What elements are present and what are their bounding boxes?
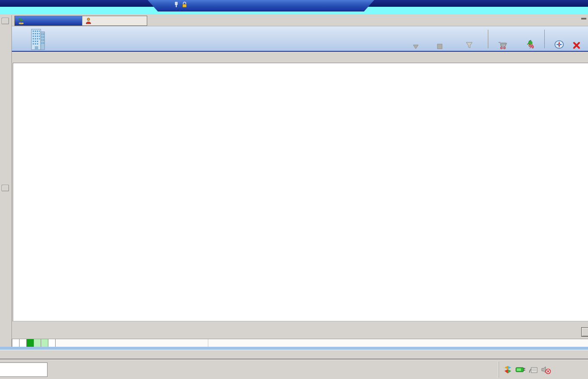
network-card-tray-icon[interactable] (515, 365, 526, 374)
stop-button (428, 38, 451, 51)
close-button[interactable] (573, 38, 588, 51)
compass-icon (546, 38, 573, 49)
rdp-connection-bar (148, 0, 374, 11)
info-button[interactable] (581, 327, 588, 337)
results-header-panel: % (12, 26, 588, 52)
windows-taskbar (0, 359, 588, 379)
app-status-bar (0, 350, 588, 359)
svg-text:%: % (529, 43, 534, 49)
person-icon (86, 18, 91, 24)
booking-section-tabs (12, 339, 588, 347)
stop-icon (428, 38, 451, 49)
tab-car-jfk[interactable] (34, 339, 41, 347)
tab-summary[interactable] (12, 339, 20, 347)
pin-icon[interactable] (174, 2, 179, 8)
tab-direct-clients-search[interactable] (82, 16, 147, 26)
tab-acc-jfk[interactable] (27, 339, 34, 347)
close-icon (573, 38, 588, 49)
antivirus-tray-icon[interactable] (503, 365, 512, 374)
results-bar (12, 53, 588, 63)
toolbar: % (404, 28, 588, 51)
nett-price-button[interactable]: % (516, 38, 543, 51)
tab-financial-summary[interactable] (48, 339, 56, 347)
window-bottom-border (0, 347, 588, 350)
restore-panel-button[interactable] (2, 185, 9, 191)
toolbar-separator (544, 30, 545, 48)
facilities-filter-button[interactable] (451, 38, 487, 51)
basket-button[interactable] (489, 38, 516, 51)
basket-icon (489, 38, 516, 49)
left-sidebar (0, 15, 12, 347)
navigate-button[interactable] (546, 38, 573, 51)
panel-minimize-icon[interactable] (581, 18, 586, 20)
hotel-building-icon (28, 28, 48, 50)
more-button (404, 38, 428, 51)
document-tab-bar (12, 15, 588, 26)
volume-muted-tray-icon[interactable] (541, 365, 551, 374)
tab-search[interactable] (20, 339, 27, 347)
table-header-row (13, 63, 588, 70)
system-tray (498, 362, 588, 378)
palm-tree-icon (18, 18, 25, 24)
screen: % (0, 0, 588, 379)
lock-icon (182, 2, 187, 8)
tab-booking-ref[interactable] (14, 16, 82, 26)
taskbar-app-button[interactable] (0, 362, 48, 377)
nett-price-icon: % (516, 38, 543, 49)
footer-info-area (12, 321, 588, 339)
toolbar-separator (488, 30, 488, 48)
tab-tour[interactable] (41, 339, 48, 347)
more-icon (404, 38, 428, 49)
results-table (13, 63, 588, 321)
collapse-panel-button[interactable] (2, 18, 9, 24)
funnel-icon (451, 38, 487, 49)
tab-strip-filler (56, 339, 208, 347)
network-connection-tray-icon[interactable] (529, 365, 538, 374)
